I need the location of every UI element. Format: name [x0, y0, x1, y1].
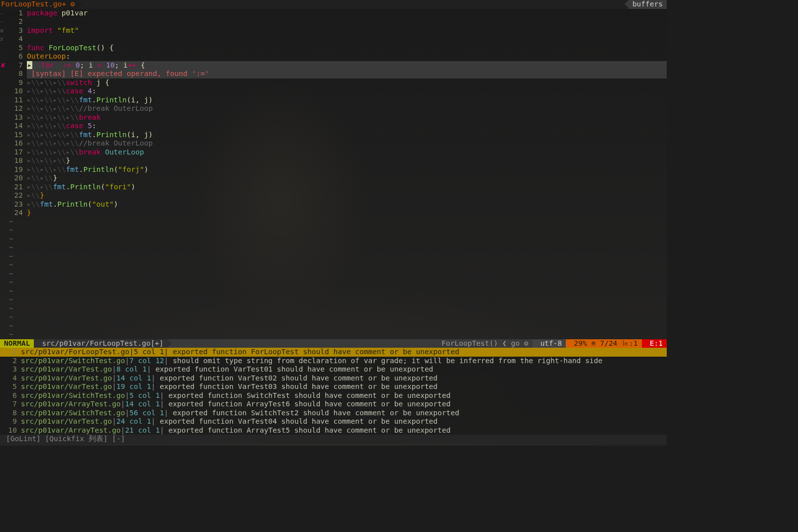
line-number: 15 — [6, 131, 27, 140]
cursor: ▸ — [27, 61, 32, 69]
code-line[interactable]: 2 — [0, 17, 667, 26]
sign-column — [0, 70, 6, 78]
code-line[interactable]: 21▸\\▸\\fmt.Println("fori") — [0, 183, 667, 192]
code-line[interactable]: 17▸\\▸\\▸\\▸\\break OuterLoop — [0, 148, 667, 157]
code-line[interactable]: 8 [syntax] [E] expected operand, found '… — [0, 70, 667, 78]
code-line[interactable]: 10▸\\▸\\▸\\case 4: — [0, 87, 667, 96]
code-line[interactable]: 11▸\\▸\\▸\\▸\\fmt.Println(i, j) — [0, 96, 667, 105]
code-line[interactable]: 6OuterLoop: — [0, 52, 667, 61]
file-path: src/p01var/ForLoopTest.go[+] — [34, 339, 167, 348]
qf-location: 21 col 1 — [125, 426, 160, 434]
qf-location: 24 col 1 — [116, 417, 151, 425]
quickfix-title: [GoLint] [Quickfix 列表] [-] — [0, 435, 667, 444]
line-number: 18 — [6, 156, 27, 165]
code-text: ▸\\▸\\fmt.Println("fori") — [27, 183, 667, 192]
quickfix-item[interactable]: 3src/p01var/VarTest.go|8 col 1| exported… — [0, 365, 667, 374]
code-line[interactable]: 24} — [0, 209, 667, 218]
qf-line-number: 9 — [0, 417, 21, 426]
qf-file: src/p01var/ArrayTest.go — [21, 400, 121, 408]
code-line[interactable]: 9▸\\▸\\▸\\switch j { — [0, 78, 667, 87]
sign-column — [0, 200, 6, 209]
tab-forlooptest[interactable]: ForLoopTest.go+ ⚙ — [0, 0, 78, 9]
code-line[interactable]: 1package p01var — [0, 9, 667, 18]
code-line[interactable]: 23▸\\fmt.Println("out") — [0, 200, 667, 209]
code-text: ▸\\▸\\▸\\fmt.Println("forj") — [27, 165, 667, 174]
qf-location: 5 col 1 — [129, 391, 160, 399]
quickfix-item[interactable]: 4src/p01var/VarTest.go|14 col 1| exporte… — [0, 374, 667, 383]
qf-file: src/p01var/VarTest.go — [21, 382, 112, 390]
code-text: ▸\\▸\\▸\\▸\\fmt.Println(i, j) — [27, 131, 667, 140]
qf-line-number: 6 — [0, 391, 21, 400]
quickfix-item[interactable]: 10src/p01var/ArrayTest.go|21 col 1| expo… — [0, 426, 667, 435]
quickfix-item[interactable]: 5src/p01var/VarTest.go|19 col 1| exporte… — [0, 382, 667, 391]
buffers-button[interactable]: buffers — [628, 0, 667, 9]
code-editor[interactable]: 1package p01var23import "fmt"45func ForL… — [0, 9, 667, 339]
code-line[interactable]: 20▸\\▸\\} — [0, 174, 667, 183]
code-text: ▸\\▸\\▸\\▸\\//break OuterLoop — [27, 139, 667, 148]
sign-column — [0, 139, 6, 148]
qf-line-number: 5 — [0, 382, 21, 391]
qf-line-number: 3 — [0, 365, 21, 374]
quickfix-item[interactable]: 1src/p01var/ForLoopTest.go|5 col 1| expo… — [0, 348, 667, 357]
empty-line-tilde: ~ — [0, 330, 13, 339]
qf-message: exported function SwitchTest2 should hav… — [169, 409, 459, 417]
code-text: ▸\\fmt.Println("out") — [27, 200, 667, 209]
line-number: 6 — [6, 52, 27, 61]
code-line[interactable]: 15▸\\▸\\▸\\▸\\fmt.Println(i, j) — [0, 131, 667, 140]
code-line[interactable]: 18▸\\▸\\▸\\} — [0, 156, 667, 165]
quickfix-item[interactable]: 7src/p01var/ArrayTest.go|14 col 1| expor… — [0, 400, 667, 409]
statusline: NORMAL src/p01var/ForLoopTest.go[+] ForL… — [0, 339, 667, 348]
code-text: ▸\\▸\\▸\\case 5: — [27, 122, 667, 131]
code-text: ▸\\▸\\▸\\▸\\break OuterLoop — [27, 148, 667, 157]
code-text: ▸\\▸\\} — [27, 174, 667, 183]
line-number: 9 — [6, 78, 27, 87]
code-line[interactable]: 3import "fmt" — [0, 26, 667, 35]
quickfix-panel[interactable]: 1src/p01var/ForLoopTest.go|5 col 1| expo… — [0, 348, 667, 444]
qf-file: src/p01var/VarTest.go — [21, 374, 112, 382]
line-number: 11 — [6, 96, 27, 105]
code-line[interactable]: 13▸\\▸\\▸\\▸\\break — [0, 113, 667, 122]
sign-column — [0, 131, 6, 140]
qf-message: exported function ArrayTest5 should have… — [164, 426, 450, 434]
sign-column — [0, 78, 6, 87]
qf-message: exported function VarTest02 should have … — [156, 374, 438, 382]
quickfix-item[interactable]: 6src/p01var/SwitchTest.go|5 col 1| expor… — [0, 391, 667, 400]
code-line[interactable]: 14▸\\▸\\▸\\case 5: — [0, 122, 667, 131]
empty-line-tilde: ~ — [0, 278, 13, 287]
code-text: ▸\\▸\\▸\\▸\\fmt.Println(i, j) — [27, 96, 667, 105]
code-line[interactable]: 12▸\\▸\\▸\\▸\\//break OuterLoop — [0, 104, 667, 113]
line-number: 7 — [6, 61, 27, 70]
quickfix-item[interactable]: 2src/p01var/SwitchTest.go|7 col 12| shou… — [0, 357, 667, 366]
qf-location: 14 col 1 — [116, 374, 151, 382]
code-line[interactable]: 16▸\\▸\\▸\\▸\\//break OuterLoop — [0, 139, 667, 148]
code-line[interactable]: 4 — [0, 35, 667, 44]
qf-file: src/p01var/SwitchTest.go — [21, 409, 125, 417]
sign-column — [0, 104, 6, 113]
code-line[interactable]: 22▸\\} — [0, 191, 667, 200]
qf-message: exported function VarTest04 should have … — [156, 417, 438, 425]
quickfix-item[interactable]: 8src/p01var/SwitchTest.go|56 col 1| expo… — [0, 409, 667, 418]
code-text: import "fmt" — [27, 26, 667, 35]
tabline: ForLoopTest.go+ ⚙ buffers — [0, 0, 667, 9]
code-line[interactable]: 5func ForLoopTest() { — [0, 44, 667, 53]
sign-column — [0, 191, 6, 200]
code-text: package p01var — [27, 9, 667, 18]
line-number: 1 — [6, 9, 27, 18]
line-number: 12 — [6, 104, 27, 113]
qf-message: exported function VarTest01 should have … — [151, 365, 433, 373]
qf-location: 14 col 1 — [125, 400, 160, 408]
sign-column — [0, 165, 6, 174]
qf-file: src/p01var/ForLoopTest.go — [21, 348, 129, 356]
qf-location: 7 col 12 — [129, 357, 164, 365]
code-line[interactable]: 19▸\\▸\\▸\\fmt.Println("forj") — [0, 165, 667, 174]
code-text: OuterLoop: — [27, 52, 667, 61]
code-text: ▸\\} — [27, 191, 667, 200]
code-text: ▸\\▸\\▸\\▸\\//break OuterLoop — [27, 104, 667, 113]
empty-line-tilde: ~ — [0, 235, 13, 244]
qf-line-number: 8 — [0, 409, 21, 418]
sign-column — [0, 156, 6, 165]
empty-line-tilde: ~ — [0, 218, 13, 227]
func-info: ForLoopTest() ❮ go ⚙ — [438, 339, 532, 348]
code-line[interactable]: ✘7▸\\for := 0; i < 10; i++ { — [0, 61, 667, 70]
quickfix-item[interactable]: 9src/p01var/VarTest.go|24 col 1| exporte… — [0, 417, 667, 426]
